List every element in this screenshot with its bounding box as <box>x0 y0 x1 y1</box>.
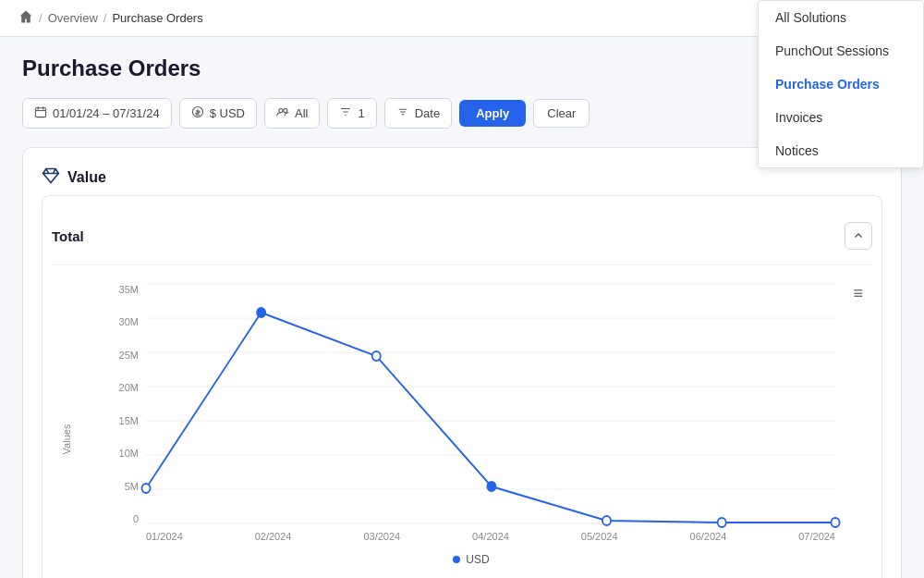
svg-point-12 <box>141 484 150 493</box>
breadcrumb-sep2: / <box>103 11 107 25</box>
value-card: Value Total ≡ Values <box>22 147 902 578</box>
menu-item-all-solutions[interactable]: All Solutions <box>759 1 923 34</box>
calendar-icon <box>34 105 47 121</box>
section-title: Total <box>52 228 84 244</box>
currency-filter[interactable]: $ USD <box>179 98 257 129</box>
currency-icon <box>191 105 204 121</box>
filter-icon <box>339 105 352 121</box>
sort-value: Date <box>415 106 440 120</box>
date-range-filter[interactable]: 01/01/24 – 07/31/24 <box>22 98 172 129</box>
breadcrumb-sep: / <box>39 11 43 25</box>
x-axis-labels: 01/2024 02/2024 03/2024 04/2024 05/2024 … <box>146 527 835 542</box>
home-icon[interactable] <box>18 9 33 27</box>
card-header: Value <box>42 166 882 188</box>
svg-point-18 <box>831 518 839 527</box>
breadcrumb-overview[interactable]: Overview <box>48 11 98 25</box>
breadcrumb: / Overview / Purchase Orders <box>18 9 203 27</box>
y-axis-labels: 35M 30M 25M 20M 15M 10M 5M 0 <box>107 284 146 524</box>
apply-button[interactable]: Apply <box>459 100 526 127</box>
svg-point-2 <box>279 109 283 113</box>
chart-svg <box>146 284 835 524</box>
menu-item-invoices[interactable]: Invoices <box>759 101 923 134</box>
menu-item-punchout[interactable]: PunchOut Sessions <box>759 34 923 68</box>
svg-point-13 <box>257 308 265 317</box>
group-filter[interactable]: All <box>264 98 320 129</box>
chart-container: ≡ Values 35M 30M 25M 20M 15M 10M 5M <box>52 275 872 578</box>
nav-dropdown: All Solutions PunchOut Sessions Purchase… <box>758 0 924 168</box>
diamond-icon <box>42 166 60 188</box>
card-title: Value <box>67 169 106 186</box>
filter-count-value: 1 <box>358 106 364 120</box>
svg-point-14 <box>372 351 381 361</box>
y-axis-label: Values <box>61 424 72 454</box>
group-icon <box>276 105 289 121</box>
chart-legend: USD <box>107 553 835 566</box>
menu-item-purchase-orders[interactable]: Purchase Orders <box>759 68 923 101</box>
date-range-value: 01/01/24 – 07/31/24 <box>53 106 160 120</box>
filter-count-btn[interactable]: 1 <box>327 98 376 129</box>
svg-point-15 <box>487 482 495 491</box>
chart-plot: 01/2024 02/2024 03/2024 04/2024 05/2024 … <box>146 284 835 542</box>
svg-rect-0 <box>35 108 45 117</box>
legend-dot <box>453 556 460 563</box>
svg-point-16 <box>602 516 611 525</box>
svg-point-3 <box>284 109 287 113</box>
group-value: All <box>295 106 308 120</box>
currency-value: $ USD <box>210 106 245 120</box>
breadcrumb-current: Purchase Orders <box>112 11 202 25</box>
section-header: Total <box>52 211 872 265</box>
sort-icon <box>396 105 409 121</box>
chart-menu-button[interactable]: ≡ <box>853 284 863 303</box>
svg-point-17 <box>718 518 726 527</box>
legend-label: USD <box>466 553 489 566</box>
collapse-button[interactable] <box>845 222 872 250</box>
clear-button[interactable]: Clear <box>533 99 590 128</box>
menu-item-notices[interactable]: Notices <box>759 134 923 167</box>
sort-filter[interactable]: Date <box>384 98 452 129</box>
